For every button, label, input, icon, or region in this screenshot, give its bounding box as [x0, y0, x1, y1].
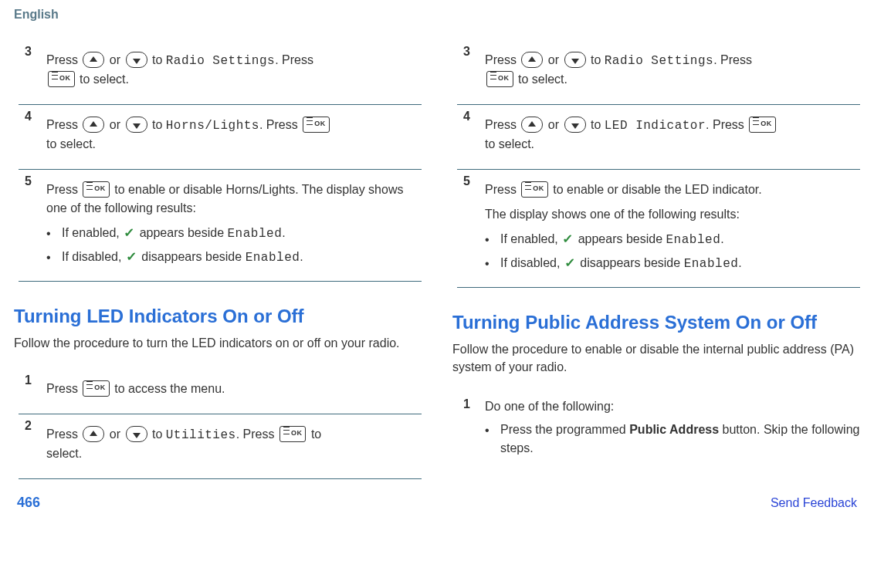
text: Press: [46, 53, 78, 66]
up-arrow-button-icon: [83, 117, 104, 133]
list-item: • If disabled, ✓ disappears beside Enabl…: [46, 248, 422, 267]
step-body: Press OK to access the menu.: [46, 373, 422, 404]
step-body: Press OK to enable or disable the LED in…: [485, 174, 860, 278]
up-arrow-button-icon: [521, 52, 543, 68]
text: If enabled,: [500, 232, 558, 245]
text: to: [591, 53, 601, 66]
page-number: 466: [17, 495, 40, 511]
state-label: Enabled: [684, 257, 739, 271]
text: to: [152, 53, 162, 66]
ok-button-icon: OK: [521, 181, 548, 198]
text: or: [110, 118, 120, 131]
menu-item-label: LED Indicator: [605, 119, 706, 133]
step-row: 3 Press or to Radio Settings. Press OK t…: [19, 40, 422, 105]
text: If enabled,: [62, 226, 120, 239]
page-footer: 466 Send Feedback: [14, 495, 860, 511]
text: to access the menu.: [114, 382, 225, 395]
step-number: 4: [25, 110, 36, 160]
up-arrow-button-icon: [83, 426, 104, 442]
step-row: 5 Press OK to enable or disable Horns/Li…: [19, 170, 422, 282]
step-row: 2 Press or to Utilities. Press OK to sel…: [19, 414, 422, 479]
button-name: Public Address: [629, 423, 719, 436]
step-number: 5: [463, 174, 474, 278]
step-row: 3 Press or to Radio Settings. Press OK t…: [457, 40, 860, 105]
bullet-icon: •: [46, 224, 53, 243]
send-feedback-link[interactable]: Send Feedback: [771, 496, 857, 510]
text: or: [110, 427, 120, 441]
text: appears beside: [578, 232, 662, 245]
step-row: 1 Do one of the following: • Press the p…: [457, 393, 860, 471]
left-column: 3 Press or to Radio Settings. Press OK t…: [14, 40, 422, 479]
step-body: Press or to LED Indicator. Press OK to s…: [485, 110, 860, 160]
ok-button-icon: OK: [749, 117, 776, 133]
text: . Press: [259, 118, 298, 131]
bullet-icon: •: [485, 254, 491, 273]
step-body: Press or to Radio Settings. Press OK to …: [485, 45, 860, 95]
text: select.: [46, 447, 82, 460]
text: disappears beside: [580, 256, 680, 269]
ok-button-icon: OK: [83, 380, 110, 397]
step-number: 4: [463, 110, 474, 160]
up-arrow-button-icon: [521, 117, 543, 133]
text: or: [548, 53, 559, 66]
step-body: Press or to Radio Settings. Press OK to …: [46, 45, 422, 95]
text: to: [152, 118, 162, 131]
text: Press: [485, 53, 517, 66]
text: Press: [485, 183, 517, 196]
ok-button-icon: OK: [486, 71, 513, 87]
step-number: 1: [463, 397, 474, 462]
checkmark-icon: ✓: [126, 248, 137, 266]
state-label: Enabled: [666, 233, 721, 247]
step-number: 3: [25, 45, 36, 95]
list-item: • If disabled, ✓ disappears beside Enabl…: [485, 254, 860, 273]
checkmark-icon: ✓: [563, 230, 574, 248]
text: Press: [485, 118, 517, 131]
list-item: • If enabled, ✓ appears beside Enabled.: [46, 224, 422, 243]
result-list: • If enabled, ✓ appears beside Enabled. …: [485, 230, 860, 273]
step-row: 4 Press or to LED Indicator. Press OK to…: [457, 105, 860, 170]
menu-item-label: Radio Settings: [166, 54, 275, 68]
text: to: [311, 427, 321, 441]
text: . Press: [713, 53, 752, 66]
ok-button-icon: OK: [303, 117, 330, 133]
step-row: 1 Press OK to access the menu.: [19, 369, 422, 414]
section-heading: Turning Public Address System On or Off: [452, 311, 860, 334]
text: Press: [46, 427, 78, 441]
section-heading: Turning LED Indicators On or Off: [14, 305, 422, 328]
down-arrow-button-icon: [564, 52, 586, 68]
step-number: 5: [25, 174, 36, 272]
menu-item-label: Horns/Lights: [166, 119, 259, 133]
text: or: [548, 118, 559, 131]
step-row: 4 Press or to Horns/Lights. Press OK to …: [19, 105, 422, 170]
list-item: • Press the programmed Public Address bu…: [485, 421, 860, 458]
list-item: • If enabled, ✓ appears beside Enabled.: [485, 230, 860, 249]
text: If disabled,: [500, 256, 560, 269]
text: to enable or disable the LED indicator.: [553, 183, 761, 196]
text: to select.: [518, 73, 567, 86]
ok-button-icon: OK: [48, 71, 75, 87]
down-arrow-button-icon: [126, 117, 147, 133]
bullet-icon: •: [485, 230, 491, 249]
text: The display shows one of the following r…: [485, 205, 860, 224]
text: or: [110, 53, 120, 66]
text: Press: [46, 183, 78, 196]
checkmark-icon: ✓: [564, 254, 575, 272]
option-list: • Press the programmed Public Address bu…: [485, 421, 860, 458]
page-header-language: English: [14, 8, 860, 22]
text: Press: [46, 382, 78, 395]
menu-item-label: Utilities: [166, 428, 236, 442]
state-label: Enabled: [228, 227, 283, 241]
state-label: Enabled: [246, 251, 300, 265]
text: Do one of the following:: [485, 400, 614, 413]
result-list: • If enabled, ✓ appears beside Enabled. …: [46, 224, 422, 267]
step-row: 5 Press OK to enable or disable the LED …: [457, 170, 860, 288]
step-number: 2: [25, 419, 36, 469]
section-intro: Follow the procedure to turn the LED ind…: [14, 334, 422, 352]
right-column: 3 Press or to Radio Settings. Press OK t…: [452, 40, 860, 479]
text: to select.: [485, 137, 534, 150]
text: to: [152, 427, 162, 441]
text: to select.: [80, 73, 129, 86]
two-column-layout: 3 Press or to Radio Settings. Press OK t…: [14, 40, 860, 479]
menu-item-label: Radio Settings: [605, 54, 713, 68]
ok-button-icon: OK: [279, 426, 307, 442]
